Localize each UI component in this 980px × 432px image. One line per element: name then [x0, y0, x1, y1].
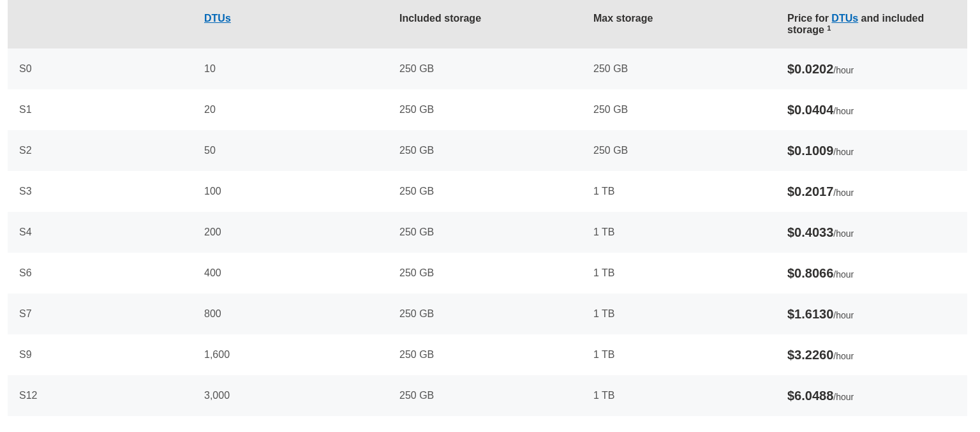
cell-max-storage: 1 TB	[582, 212, 776, 253]
price-amount: $0.1009	[787, 144, 833, 158]
table-header-row: DTUs Included storage Max storage Price …	[8, 0, 967, 48]
cell-max-storage: 1 TB	[582, 334, 776, 375]
price-amount: $0.8066	[787, 266, 833, 280]
header-tier	[8, 0, 193, 48]
header-price-footnote: 1	[827, 24, 831, 32]
price-amount: $0.0404	[787, 103, 833, 117]
cell-dtus: 200	[193, 212, 388, 253]
cell-dtus: 100	[193, 171, 388, 212]
cell-dtus: 3,000	[193, 375, 388, 416]
price-amount: $1.6130	[787, 307, 833, 321]
cell-price: $3.2260/hour	[776, 334, 967, 375]
table-row: S6400250 GB1 TB$0.8066/hour	[8, 253, 967, 294]
table-row: S010250 GB250 GB$0.0202/hour	[8, 48, 967, 89]
cell-included-storage: 250 GB	[388, 171, 582, 212]
cell-max-storage: 1 TB	[582, 171, 776, 212]
cell-price: $1.6130/hour	[776, 294, 967, 334]
cell-included-storage: 250 GB	[388, 48, 582, 89]
cell-price: $0.8066/hour	[776, 253, 967, 294]
table-row: S250250 GB250 GB$0.1009/hour	[8, 130, 967, 171]
cell-max-storage: 250 GB	[582, 48, 776, 89]
table-row: S91,600250 GB1 TB$3.2260/hour	[8, 334, 967, 375]
price-unit: /hour	[833, 269, 854, 279]
cell-price: $0.0202/hour	[776, 48, 967, 89]
cell-tier: S12	[8, 375, 193, 416]
cell-price: $6.0488/hour	[776, 375, 967, 416]
cell-tier: S0	[8, 48, 193, 89]
cell-max-storage: 1 TB	[582, 253, 776, 294]
cell-tier: S7	[8, 294, 193, 334]
cell-max-storage: 250 GB	[582, 130, 776, 171]
table-row: S3100250 GB1 TB$0.2017/hour	[8, 171, 967, 212]
price-amount: $3.2260	[787, 348, 833, 362]
header-dtus-link[interactable]: DTUs	[204, 13, 231, 24]
cell-dtus: 50	[193, 130, 388, 171]
cell-tier: S6	[8, 253, 193, 294]
price-unit: /hour	[833, 147, 854, 157]
header-price-prefix: Price for	[787, 13, 831, 24]
cell-tier: S3	[8, 171, 193, 212]
cell-tier: S2	[8, 130, 193, 171]
price-unit: /hour	[833, 228, 854, 239]
cell-dtus: 20	[193, 89, 388, 130]
cell-dtus: 1,600	[193, 334, 388, 375]
table-row: S7800250 GB1 TB$1.6130/hour	[8, 294, 967, 334]
cell-included-storage: 250 GB	[388, 212, 582, 253]
cell-dtus: 400	[193, 253, 388, 294]
cell-max-storage: 1 TB	[582, 375, 776, 416]
cell-included-storage: 250 GB	[388, 89, 582, 130]
cell-dtus: 10	[193, 48, 388, 89]
table-row: S4200250 GB1 TB$0.4033/hour	[8, 212, 967, 253]
cell-included-storage: 250 GB	[388, 294, 582, 334]
price-amount: $6.0488	[787, 389, 833, 403]
cell-price: $0.2017/hour	[776, 171, 967, 212]
table-row: S123,000250 GB1 TB$6.0488/hour	[8, 375, 967, 416]
cell-price: $0.0404/hour	[776, 89, 967, 130]
cell-included-storage: 250 GB	[388, 253, 582, 294]
price-unit: /hour	[833, 392, 854, 402]
header-max-storage: Max storage	[582, 0, 776, 48]
cell-max-storage: 1 TB	[582, 294, 776, 334]
price-unit: /hour	[833, 351, 854, 361]
cell-dtus: 800	[193, 294, 388, 334]
cell-price: $0.4033/hour	[776, 212, 967, 253]
header-included-storage: Included storage	[388, 0, 582, 48]
price-unit: /hour	[833, 310, 854, 320]
cell-included-storage: 250 GB	[388, 375, 582, 416]
cell-included-storage: 250 GB	[388, 334, 582, 375]
cell-price: $0.1009/hour	[776, 130, 967, 171]
pricing-table: DTUs Included storage Max storage Price …	[8, 0, 967, 416]
table-row: S120250 GB250 GB$0.0404/hour	[8, 89, 967, 130]
header-price: Price for DTUs and included storage 1	[776, 0, 967, 48]
price-unit: /hour	[833, 106, 854, 116]
price-amount: $0.4033	[787, 225, 833, 239]
header-price-dtus-link[interactable]: DTUs	[831, 13, 858, 24]
price-amount: $0.2017	[787, 184, 833, 198]
price-amount: $0.0202	[787, 62, 833, 76]
cell-included-storage: 250 GB	[388, 130, 582, 171]
header-dtus: DTUs	[193, 0, 388, 48]
cell-max-storage: 250 GB	[582, 89, 776, 130]
cell-tier: S4	[8, 212, 193, 253]
price-unit: /hour	[833, 188, 854, 198]
cell-tier: S9	[8, 334, 193, 375]
price-unit: /hour	[833, 65, 854, 75]
cell-tier: S1	[8, 89, 193, 130]
